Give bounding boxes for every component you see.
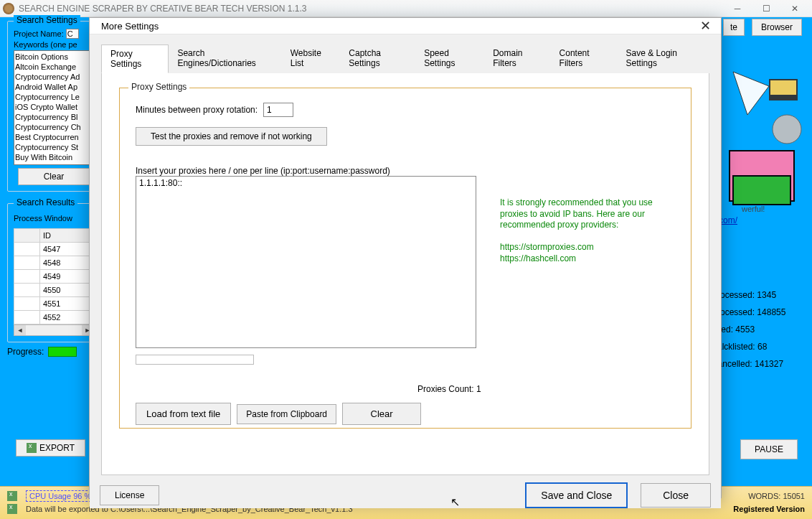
more-settings-dialog: More Settings ✕ Proxy Settings Search En… — [89, 17, 722, 498]
project-name-input[interactable] — [66, 29, 79, 39]
save-and-close-button[interactable]: Save and Close — [525, 482, 628, 508]
close-icon[interactable]: ✕ — [780, 0, 809, 17]
table-row[interactable]: 4551 — [14, 297, 94, 311]
keyword-item[interactable]: Cryptocurrency Le — [15, 92, 93, 102]
clear-keywords-button[interactable]: Clear — [18, 168, 90, 185]
proxy-test-progress — [136, 355, 254, 365]
svg-point-6 — [773, 115, 801, 144]
paste-from-clipboard-button[interactable]: Paste from Clipboard — [237, 404, 336, 424]
table-row[interactable]: 4547 — [14, 243, 94, 256]
bear-illustration: werful! — [726, 65, 805, 215]
tab-save-login[interactable]: Save & Login Settings — [618, 45, 709, 73]
keyword-item[interactable]: Altcoin Exchange — [15, 62, 93, 72]
proxies-textarea[interactable] — [136, 176, 476, 348]
dialog-titlebar: More Settings ✕ — [90, 18, 721, 34]
svg-marker-3 — [733, 72, 769, 115]
rotation-label: Minutes between proxy rotation: — [136, 105, 258, 115]
svg-rect-1 — [733, 176, 790, 205]
stat-blacklisted: Balcklisted: 68 — [712, 342, 812, 352]
keyword-item[interactable]: Android Wallet Ap — [15, 82, 93, 92]
stat-cancelled: Cancelled: 141327 — [712, 359, 812, 369]
excel-icon — [7, 491, 17, 501]
table-row[interactable]: 4552 — [14, 311, 94, 324]
project-name-label: Project Name: — [14, 29, 94, 39]
dialog-close-icon[interactable]: ✕ — [696, 18, 715, 34]
keyword-item[interactable]: iOS Crypto Wallet — [15, 102, 93, 112]
stat-urls-processed: Processed: 148855 — [712, 307, 812, 317]
rotation-input[interactable] — [263, 103, 293, 117]
insert-proxies-label: Insert your proxies here / one per line … — [136, 166, 675, 176]
dialog-title: More Settings — [101, 21, 159, 32]
license-button[interactable]: License — [100, 485, 159, 505]
test-proxies-button[interactable]: Test the proxies and remove if not worki… — [136, 127, 327, 146]
process-window-label: Process Window — [14, 214, 94, 223]
keywords-label: Keywords (one pe — [14, 40, 94, 49]
excel-icon — [7, 504, 17, 514]
svg-rect-5 — [770, 80, 796, 95]
proxies-count: Proxies Count: 1 — [417, 384, 481, 394]
keyword-item[interactable]: Best Cryptocurren — [15, 132, 93, 142]
proxy-recommendation: It is strongly recommended that you use … — [500, 197, 665, 265]
svg-text:werful!: werful! — [741, 205, 765, 213]
excel-icon — [27, 443, 37, 453]
keyword-item[interactable]: Cryptocurrency Bl — [15, 112, 93, 122]
tab-speed-settings[interactable]: Speed Settings — [415, 45, 484, 73]
main-titlebar: SEARCH ENGINE SCRAPER BY CREATIVE BEAR T… — [0, 0, 812, 17]
progress-bar — [48, 347, 77, 357]
app-title: SEARCH ENGINE SCRAPER BY CREATIVE BEAR T… — [19, 4, 306, 14]
keyword-item[interactable]: Cryptocurrency Ch — [15, 122, 93, 132]
bear-icon — [3, 3, 14, 14]
clear-proxies-button[interactable]: Clear — [342, 403, 421, 425]
keyword-item[interactable]: Bitcoin Options — [15, 52, 93, 62]
close-button[interactable]: Close — [641, 483, 711, 508]
browser-button[interactable]: Browser — [752, 19, 802, 36]
keyword-item[interactable]: Cryptocurrency Ad — [15, 72, 93, 82]
cpu-usage: CPU Usage 96 % — [26, 490, 95, 502]
stormproxies-link[interactable]: https://stormproxies.com — [500, 242, 594, 252]
pause-button[interactable]: PAUSE — [740, 439, 798, 459]
stat-scraped: aped: 4553 — [712, 324, 812, 335]
search-settings-legend: Search Settings — [14, 15, 80, 25]
table-row[interactable]: 4550 — [14, 284, 94, 297]
hashcell-link[interactable]: https://hashcell.com — [500, 253, 576, 263]
proxy-legend: Proxy Settings — [128, 82, 189, 92]
search-results-group: Search Results Process Window ID 4547454… — [7, 203, 100, 342]
stat-keywords-processed: Processed: 1345 — [712, 290, 812, 300]
proxy-settings-page: Proxy Settings Minutes between proxy rot… — [101, 73, 709, 475]
progress-label: Progress: — [7, 347, 44, 357]
table-row[interactable]: 4548 — [14, 256, 94, 270]
keyword-item[interactable]: Buy With Bitcoin — [15, 152, 93, 162]
horizontal-scrollbar[interactable]: ◄ ► — [14, 324, 94, 336]
keywords-listbox[interactable]: Bitcoin OptionsAltcoin ExchangeCryptocur… — [14, 50, 94, 165]
dialog-footer: License Save and Close Close — [90, 482, 721, 508]
search-results-legend: Search Results — [14, 197, 77, 207]
col-id: ID — [40, 229, 94, 243]
maximize-icon[interactable]: ☐ — [752, 0, 780, 17]
tab-search-engines[interactable]: Search Engines/Dictionaries — [169, 45, 281, 73]
registered-badge: Registered Version — [733, 505, 805, 513]
search-settings-group: Search Settings Project Name: Keywords (… — [7, 21, 100, 192]
tab-website-list[interactable]: Website List — [282, 45, 341, 73]
table-row[interactable]: 4549 — [14, 270, 94, 284]
scroll-left-icon[interactable]: ◄ — [14, 325, 26, 335]
tab-captcha-settings[interactable]: Captcha Settings — [340, 45, 415, 73]
keyword-item[interactable]: Cryptocurrency St — [15, 142, 93, 152]
minimize-icon[interactable]: ─ — [723, 0, 752, 17]
export-button[interactable]: EXPORT — [16, 439, 85, 457]
tab-domain-filters[interactable]: Domain Filters — [484, 45, 550, 73]
hidden-te-button[interactable]: te — [723, 19, 745, 36]
words-count: WORDS: 15051 — [748, 492, 805, 500]
proxy-fieldset: Proxy Settings Minutes between proxy rot… — [119, 88, 691, 429]
tab-content-filters[interactable]: Content Filters — [551, 45, 618, 73]
results-table[interactable]: ID 454745484549455045514552 — [14, 228, 94, 324]
tab-proxy-settings[interactable]: Proxy Settings — [101, 45, 169, 73]
settings-tabs: Proxy Settings Search Engines/Dictionari… — [101, 45, 709, 73]
load-from-file-button[interactable]: Load from text file — [136, 403, 231, 425]
